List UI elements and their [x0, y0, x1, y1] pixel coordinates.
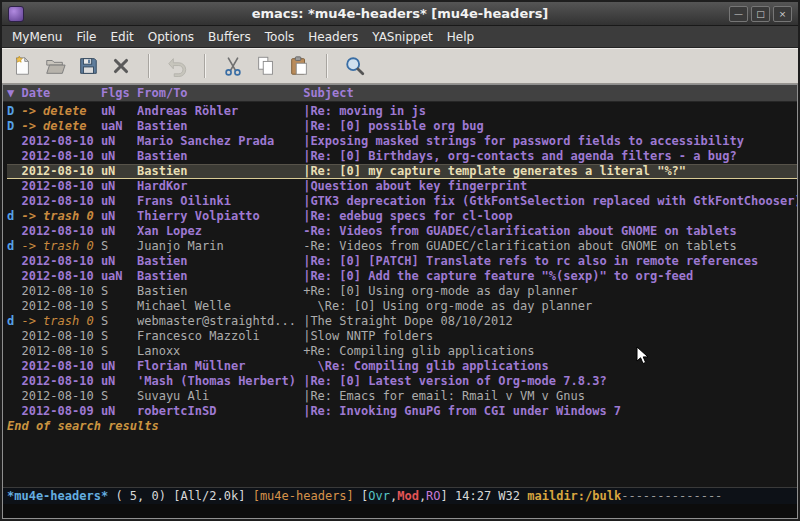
column-header-subject[interactable]: Subject [303, 86, 354, 100]
message-row[interactable]: D-> deleteuNAndreas Röhler|Re: moving in… [7, 104, 797, 119]
message-row[interactable]: 2012-08-10uNHardKor|Question about key f… [7, 179, 797, 194]
menu-options[interactable]: Options [141, 27, 201, 47]
thread-connector: | [303, 104, 310, 119]
menu-file[interactable]: File [69, 27, 103, 47]
copy-pages-icon [255, 55, 277, 77]
message-mark [7, 299, 14, 314]
menu-mymenu[interactable]: MyMenu [5, 27, 69, 47]
maximize-button[interactable]: □ [751, 6, 770, 22]
message-date: -> trash 0 [21, 314, 93, 329]
open-file-button[interactable] [40, 51, 70, 81]
message-from: webmaster@straightd... [137, 314, 296, 329]
message-row[interactable]: 2012-08-10uN'Mash (Thomas Herbert)|Re: [… [7, 374, 797, 389]
message-from: Bastien [137, 284, 296, 299]
menu-buffers[interactable]: Buffers [201, 27, 258, 47]
message-mark [7, 164, 14, 179]
mode-line: *mu4e-headers* ( 5, 0) [All/2.0k] [mu4e-… [3, 487, 797, 504]
message-from: Suvayu Ali [137, 389, 296, 404]
message-row[interactable]: 2012-08-10SMichael Welle \Re: [O] Using … [7, 299, 797, 314]
message-row[interactable]: 2012-08-10uNFlorian Müllner \Re: Compili… [7, 359, 797, 374]
message-flags: uN [101, 194, 130, 209]
toolbar-separator [326, 54, 328, 78]
search-magnifier-icon [344, 55, 366, 77]
message-subject: Question about key fingerprint [310, 179, 797, 194]
message-subject: Re: edebug specs for cl-loop [310, 209, 797, 224]
message-from: Xan Lopez [137, 224, 296, 239]
message-subject: Re: moving in js [310, 104, 797, 119]
menu-edit[interactable]: Edit [104, 27, 141, 47]
message-date: -> trash 0 [21, 239, 93, 254]
window-buttons: —□× [729, 6, 792, 22]
message-mark: D [7, 104, 14, 119]
message-from: HardKor [137, 179, 296, 194]
column-header-date[interactable]: ▼ Date [7, 86, 94, 100]
message-date: 2012-08-10 [21, 179, 93, 194]
message-flags: uaN [101, 119, 130, 134]
save-buffer-button[interactable] [73, 51, 103, 81]
modeline-segment: Ovr [368, 489, 390, 503]
message-date: -> delete [21, 119, 93, 134]
close-button[interactable]: × [773, 6, 792, 22]
message-date: 2012-08-10 [21, 284, 93, 299]
message-from: Bastien [137, 254, 296, 269]
message-row[interactable]: 2012-08-10uNBastien|Re: [0] my capture t… [7, 164, 797, 179]
message-row[interactable]: 2012-08-10SBastien+Re: [0] Using org-mod… [7, 284, 797, 299]
message-row[interactable]: 2012-08-10uNFrans Oilinki|GTK3 deprecati… [7, 194, 797, 209]
toolbar [2, 48, 798, 84]
cut-scissors-icon [222, 55, 244, 77]
message-date: 2012-08-10 [21, 164, 93, 179]
message-row[interactable]: 2012-08-10SSuvayu Ali|Re: Emacs for emai… [7, 389, 797, 404]
thread-connector: \ [303, 299, 325, 314]
column-header-flags[interactable]: Flgs [101, 86, 130, 100]
message-row[interactable]: D-> deleteuaNBastien|Re: [0] possible or… [7, 119, 797, 134]
modeline-segment: -------------- [621, 489, 722, 503]
message-mark [7, 179, 14, 194]
message-row[interactable]: 2012-08-10uNBastien|Re: [0] [PATCH] Tran… [7, 254, 797, 269]
kill-buffer-button[interactable] [106, 51, 136, 81]
new-file-button[interactable] [7, 51, 37, 81]
window-title: emacs: *mu4e-headers* [mu4e-headers] [2, 6, 798, 21]
message-row[interactable]: d-> trash 0Swebmaster@straightd...|The S… [7, 314, 797, 329]
menu-yasnippet[interactable]: YASnippet [365, 27, 440, 47]
emacs-window: emacs: *mu4e-headers* [mu4e-headers] —□×… [0, 0, 800, 521]
message-row[interactable]: 2012-08-09uNrobertcInSD|Re: Invoking Gnu… [7, 404, 797, 419]
message-date: 2012-08-10 [21, 344, 93, 359]
message-mark [7, 284, 14, 299]
cut-button[interactable] [218, 51, 248, 81]
message-row[interactable]: 2012-08-10SFrancesco Mazzoli|Slow NNTP f… [7, 329, 797, 344]
message-from: Frans Oilinki [137, 194, 296, 209]
message-flags: uN [101, 374, 130, 389]
message-date: 2012-08-10 [21, 299, 93, 314]
menu-help[interactable]: Help [440, 27, 481, 47]
message-date: 2012-08-10 [21, 269, 93, 284]
message-row[interactable]: d-> trash 0uNThierry Volpiatto|Re: edebu… [7, 209, 797, 224]
paste-button[interactable] [284, 51, 314, 81]
message-mark [7, 389, 14, 404]
message-mark [7, 149, 14, 164]
echo-area[interactable] [3, 504, 797, 518]
thread-connector: | [303, 179, 310, 194]
message-row[interactable]: 2012-08-10uNMario Sanchez Prada|Exposing… [7, 134, 797, 149]
message-mark [7, 134, 14, 149]
message-row[interactable]: 2012-08-10uNXan Lopez-Re: Videos from GU… [7, 224, 797, 239]
minimize-button[interactable]: — [729, 6, 748, 22]
menu-headers[interactable]: Headers [301, 27, 365, 47]
message-mark [7, 254, 14, 269]
undo-button[interactable] [162, 51, 192, 81]
message-row[interactable]: 2012-08-10uaNBastien|Re: [0] Add the cap… [7, 269, 797, 284]
menu-tools[interactable]: Tools [258, 27, 302, 47]
message-row[interactable]: 2012-08-10uNBastien|Re: [0] Birthdays, o… [7, 149, 797, 164]
message-from: Juanjo Marin [137, 239, 296, 254]
message-mark [7, 329, 14, 344]
column-header-from[interactable]: From/To [137, 86, 296, 100]
message-flags: uN [101, 179, 130, 194]
message-row[interactable]: d-> trash 0SJuanjo Marin-Re: Videos from… [7, 239, 797, 254]
search-button[interactable] [340, 51, 370, 81]
message-subject: Slow NNTP folders [310, 329, 797, 344]
message-mark: D [7, 119, 14, 134]
message-row[interactable]: 2012-08-10SLanoxx+Re: Compiling glib app… [7, 344, 797, 359]
close-x-icon [110, 55, 132, 77]
copy-button[interactable] [251, 51, 281, 81]
toolbar-separator [148, 54, 150, 78]
modeline-segment: maildir:/bulk [527, 489, 621, 503]
